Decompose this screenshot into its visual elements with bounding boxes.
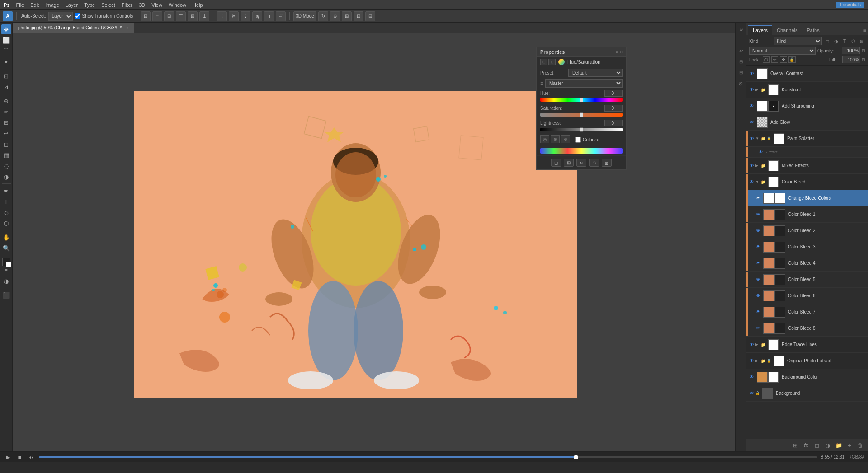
prop-link-btn[interactable]: ⊞: [564, 159, 574, 167]
tab-layers[interactable]: Layers: [748, 25, 772, 35]
align-center-btn[interactable]: ≡: [152, 11, 162, 21]
side-tool-3[interactable]: ⊞: [736, 57, 745, 66]
menu-select[interactable]: Select: [101, 2, 115, 8]
stop-btn[interactable]: ■: [15, 453, 24, 461]
side-tool-5[interactable]: ◎: [736, 79, 745, 88]
visibility-cb4[interactable]: 👁: [755, 260, 762, 267]
visibility-cb1[interactable]: 👁: [755, 211, 762, 218]
prop-delete-btn[interactable]: 🗑: [602, 159, 612, 167]
layer-item-color-bleed-5[interactable]: 👁 Color Bleed 5: [746, 272, 868, 288]
eyedropper-tool[interactable]: ⊿: [1, 82, 11, 92]
zoom-tool[interactable]: 🔍: [1, 243, 11, 253]
shape-tool[interactable]: ⬡: [1, 218, 11, 228]
align-left-btn[interactable]: ⊟: [141, 11, 151, 21]
layers-list[interactable]: 👁 Overall Contrast 👁 ▶ 📁 Konstruct: [746, 66, 868, 439]
saturation-thumb[interactable]: [580, 112, 583, 117]
picker2-btn[interactable]: ⊕: [551, 135, 560, 143]
lock-image-btn[interactable]: ✏: [771, 56, 778, 63]
auto-select-dropdown[interactable]: Layer Group: [48, 12, 73, 21]
layer-item-edge-trace[interactable]: 👁 ▶ 📁 Edge Trace Lines: [746, 337, 868, 353]
move-tool[interactable]: ✥: [1, 24, 11, 34]
add-fx-btn[interactable]: fx: [802, 441, 810, 450]
dodge-tool[interactable]: ◑: [1, 172, 11, 182]
delete-layer-btn[interactable]: 🗑: [856, 441, 864, 450]
layer-item-color-bleed-group[interactable]: 👁 ▼ 📁 Color Bleed: [746, 174, 868, 190]
distrib-v2-btn[interactable]: ⫹: [252, 11, 262, 21]
layer-item-color-bleed-7[interactable]: 👁 Color Bleed 7: [746, 304, 868, 320]
arrow-edge-trace[interactable]: ▶: [755, 342, 761, 347]
menu-view[interactable]: View: [151, 2, 162, 8]
prop-refresh-btn[interactable]: ⊙: [589, 159, 599, 167]
workspace-btn[interactable]: Essentials: [836, 2, 864, 8]
lightness-input[interactable]: [604, 120, 623, 126]
crop-tool[interactable]: ⊡: [1, 71, 11, 81]
path-select-tool[interactable]: ◇: [1, 207, 11, 217]
visibility-change-bleed-colors[interactable]: 👁: [755, 195, 762, 202]
hue-input[interactable]: [604, 90, 623, 97]
colorize-checkbox[interactable]: [575, 137, 581, 143]
prop-invert-btn[interactable]: ↩: [576, 159, 586, 167]
layer-item-paint-splatter[interactable]: 👁 ▼ 📁 🔒 Paint Splatter: [746, 131, 868, 147]
menu-edit[interactable]: Edit: [30, 2, 39, 8]
layer-item-color-bleed-6[interactable]: 👁 Color Bleed 6: [746, 288, 868, 304]
gradient-tool[interactable]: ▦: [1, 150, 11, 160]
visibility-cb2[interactable]: 👁: [755, 227, 762, 234]
visibility-color-bleed-group[interactable]: 👁: [748, 178, 755, 186]
layer-item-mixed-effects[interactable]: 👁 ▶ 📁 Mixed Effects: [746, 158, 868, 174]
menu-window[interactable]: Window: [169, 2, 186, 8]
channel-select[interactable]: Master Reds Yellows Greens Cyans Blues M…: [545, 79, 623, 88]
visibility-overall-contrast[interactable]: 👁: [748, 70, 755, 77]
visibility-bg-color[interactable]: 👁: [748, 374, 755, 381]
hs-view-btn-2[interactable]: ⊟: [548, 59, 556, 65]
menu-ps[interactable]: Ps: [4, 2, 9, 8]
layer-item-bg-color[interactable]: 👁 Background Color: [746, 369, 868, 385]
hue-slider[interactable]: [540, 98, 623, 102]
distrib-v-btn[interactable]: ⫸: [229, 11, 239, 21]
transform-control-label[interactable]: Show Transform Controls: [75, 13, 133, 19]
opacity-input[interactable]: [842, 47, 860, 54]
align-right-btn[interactable]: ⊟: [164, 11, 174, 21]
opacity-options-btn[interactable]: ⊟: [862, 48, 865, 53]
hs-view-btn-1[interactable]: ⊞: [540, 59, 547, 65]
history-tool[interactable]: ↩: [1, 128, 11, 138]
layer-item-overall-contrast[interactable]: 👁 Overall Contrast: [746, 66, 868, 82]
tool-option1-btn[interactable]: ↻: [318, 11, 328, 21]
align-top-btn[interactable]: ⊤: [176, 11, 186, 21]
arrow-color-bleed-group[interactable]: ▼: [755, 180, 761, 184]
layer-item-original-photo[interactable]: 👁 ▶ 📁 🔒 Original Photo Extract: [746, 353, 868, 369]
visibility-edge-trace[interactable]: 👁: [748, 341, 755, 348]
menu-file[interactable]: File: [16, 2, 24, 8]
visibility-cb5[interactable]: 👁: [755, 276, 762, 283]
layer-item-add-sharpening[interactable]: 👁 ▲ Add Sharpening: [746, 98, 868, 114]
visibility-cb7[interactable]: 👁: [755, 309, 762, 316]
side-tool-history[interactable]: ↩: [736, 46, 745, 55]
new-adjustment-btn[interactable]: ◑: [824, 441, 832, 450]
blur-tool[interactable]: ◌: [1, 161, 11, 171]
hand-tool[interactable]: ✋: [1, 232, 11, 242]
picker-btn[interactable]: ◎: [540, 135, 549, 143]
visibility-mixed-effects[interactable]: 👁: [748, 162, 755, 169]
document-tab[interactable]: photo.jpg @ 50% (Change Bleed Colors, RG…: [13, 23, 134, 33]
saturation-input[interactable]: [604, 105, 623, 112]
foreground-color[interactable]: [2, 258, 10, 266]
type-tool[interactable]: T: [1, 197, 11, 206]
background-color[interactable]: [6, 262, 11, 267]
3d-mode-btn[interactable]: 3D Mode: [293, 11, 316, 21]
prop-mask-btn[interactable]: ◻: [551, 159, 561, 167]
kind-adjustment-btn[interactable]: ◑: [832, 37, 840, 45]
transform-control-checkbox[interactable]: [75, 13, 80, 19]
lock-position-btn[interactable]: ✥: [780, 56, 787, 63]
arrow-original-photo[interactable]: ▶: [755, 359, 761, 363]
rewind-btn[interactable]: ⏮: [27, 453, 35, 461]
swap-colors[interactable]: ⇌: [5, 268, 8, 272]
arrow-paint-splatter[interactable]: ▼: [755, 136, 761, 140]
layer-item-color-bleed-2[interactable]: 👁 Color Bleed 2: [746, 223, 868, 239]
tool-option2-btn[interactable]: ⊕: [330, 11, 340, 21]
kind-smart-btn[interactable]: ⊞: [858, 37, 865, 45]
blend-mode-select[interactable]: Normal Multiply Screen Overlay: [749, 47, 816, 55]
visibility-cb3[interactable]: 👁: [755, 244, 762, 251]
pen-tool[interactable]: ✒: [1, 186, 11, 196]
side-tool-4[interactable]: ⊟: [736, 68, 745, 77]
visibility-original-photo[interactable]: 👁: [748, 357, 755, 365]
lock-transparent-btn[interactable]: ⬡: [763, 56, 770, 63]
